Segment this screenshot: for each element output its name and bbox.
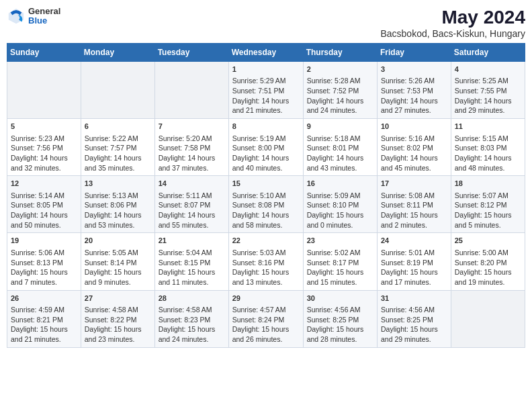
calendar-cell: 9Sunrise: 5:18 AMSunset: 8:01 PMDaylight… bbox=[303, 119, 377, 176]
calendar-cell bbox=[154, 62, 228, 119]
logo-icon bbox=[7, 7, 26, 26]
sunset-text: Sunset: 8:19 PM bbox=[381, 259, 433, 267]
sunset-text: Sunset: 8:10 PM bbox=[307, 201, 359, 209]
sunrise-text: Sunrise: 5:28 AM bbox=[307, 77, 361, 85]
calendar-cell: 26Sunrise: 4:59 AMSunset: 8:21 PMDayligh… bbox=[7, 290, 81, 347]
sunrise-text: Sunrise: 4:58 AM bbox=[159, 306, 212, 314]
page-header: General Blue May 2024 Bacsbokod, Bacs-Ki… bbox=[7, 7, 525, 39]
day-number: 21 bbox=[159, 236, 225, 246]
daylight-text: Daylight: 14 hours and 48 minutes. bbox=[455, 154, 512, 172]
sunset-text: Sunset: 8:02 PM bbox=[381, 144, 433, 152]
sunset-text: Sunset: 8:25 PM bbox=[307, 316, 359, 324]
calendar-cell: 15Sunrise: 5:10 AMSunset: 8:08 PMDayligh… bbox=[228, 176, 303, 233]
calendar-cell: 25Sunrise: 5:00 AMSunset: 8:20 PMDayligh… bbox=[451, 233, 525, 290]
calendar-week-row: 1Sunrise: 5:29 AMSunset: 7:51 PMDaylight… bbox=[7, 62, 525, 119]
daylight-text: Daylight: 14 hours and 50 minutes. bbox=[11, 211, 68, 229]
day-number: 23 bbox=[307, 236, 373, 246]
daylight-text: Daylight: 15 hours and 15 minutes. bbox=[307, 268, 364, 286]
logo-text: General Blue bbox=[28, 7, 60, 26]
daylight-text: Daylight: 15 hours and 26 minutes. bbox=[232, 325, 290, 343]
daylight-text: Daylight: 15 hours and 7 minutes. bbox=[11, 268, 68, 286]
day-number: 5 bbox=[11, 122, 77, 132]
calendar-cell: 17Sunrise: 5:08 AMSunset: 8:11 PMDayligh… bbox=[378, 176, 451, 233]
sunset-text: Sunset: 8:03 PM bbox=[455, 144, 507, 152]
calendar-cell: 7Sunrise: 5:20 AMSunset: 7:58 PMDaylight… bbox=[154, 119, 228, 176]
calendar-cell: 30Sunrise: 4:56 AMSunset: 8:25 PMDayligh… bbox=[303, 290, 377, 347]
sunrise-text: Sunrise: 5:18 AM bbox=[307, 134, 361, 142]
col-header-monday: Monday bbox=[81, 44, 154, 62]
daylight-text: Daylight: 14 hours and 29 minutes. bbox=[455, 97, 512, 115]
daylight-text: Daylight: 15 hours and 5 minutes. bbox=[455, 211, 512, 229]
day-number: 13 bbox=[85, 179, 151, 189]
sunrise-text: Sunrise: 5:14 AM bbox=[11, 191, 64, 199]
calendar-week-row: 26Sunrise: 4:59 AMSunset: 8:21 PMDayligh… bbox=[7, 290, 525, 347]
calendar-cell: 29Sunrise: 4:57 AMSunset: 8:24 PMDayligh… bbox=[228, 290, 303, 347]
daylight-text: Daylight: 14 hours and 35 minutes. bbox=[85, 154, 142, 172]
calendar-cell: 5Sunrise: 5:23 AMSunset: 7:56 PMDaylight… bbox=[7, 119, 81, 176]
calendar-cell bbox=[451, 290, 525, 347]
sunrise-text: Sunrise: 5:23 AM bbox=[11, 134, 64, 142]
calendar-cell: 10Sunrise: 5:16 AMSunset: 8:02 PMDayligh… bbox=[378, 119, 451, 176]
daylight-text: Daylight: 15 hours and 9 minutes. bbox=[85, 268, 142, 286]
sunset-text: Sunset: 8:11 PM bbox=[381, 201, 433, 209]
logo-general: General bbox=[28, 7, 60, 16]
day-number: 30 bbox=[307, 293, 373, 304]
sunrise-text: Sunrise: 4:56 AM bbox=[381, 306, 435, 314]
sunset-text: Sunset: 8:07 PM bbox=[159, 201, 211, 209]
day-number: 20 bbox=[85, 236, 151, 246]
sunset-text: Sunset: 8:24 PM bbox=[232, 316, 285, 324]
sunset-text: Sunset: 8:21 PM bbox=[11, 316, 63, 324]
day-number: 14 bbox=[159, 179, 225, 189]
day-number: 11 bbox=[455, 122, 521, 132]
calendar-table: SundayMondayTuesdayWednesdayThursdayFrid… bbox=[7, 43, 525, 348]
day-number: 8 bbox=[232, 122, 300, 132]
daylight-text: Daylight: 14 hours and 37 minutes. bbox=[159, 154, 216, 172]
sunset-text: Sunset: 7:58 PM bbox=[159, 144, 211, 152]
sunset-text: Sunset: 7:53 PM bbox=[381, 87, 433, 95]
day-number: 12 bbox=[11, 179, 77, 189]
daylight-text: Daylight: 15 hours and 19 minutes. bbox=[455, 268, 512, 286]
title-block: May 2024 Bacsbokod, Bacs-Kiskun, Hungary bbox=[380, 7, 525, 39]
calendar-week-row: 12Sunrise: 5:14 AMSunset: 8:05 PMDayligh… bbox=[7, 176, 525, 233]
daylight-text: Daylight: 15 hours and 13 minutes. bbox=[232, 268, 290, 286]
sunrise-text: Sunrise: 5:05 AM bbox=[85, 248, 138, 257]
sunrise-text: Sunrise: 5:25 AM bbox=[455, 77, 508, 85]
day-number: 2 bbox=[307, 64, 373, 75]
month-year-title: May 2024 bbox=[380, 7, 525, 28]
col-header-thursday: Thursday bbox=[303, 44, 377, 62]
day-number: 25 bbox=[455, 236, 521, 246]
sunset-text: Sunset: 8:23 PM bbox=[159, 316, 211, 324]
logo: General Blue bbox=[7, 7, 60, 26]
sunset-text: Sunset: 8:25 PM bbox=[381, 316, 433, 324]
daylight-text: Daylight: 15 hours and 0 minutes. bbox=[307, 211, 364, 229]
day-number: 16 bbox=[307, 179, 373, 189]
daylight-text: Daylight: 14 hours and 40 minutes. bbox=[232, 154, 290, 172]
sunrise-text: Sunrise: 5:04 AM bbox=[159, 248, 212, 257]
sunset-text: Sunset: 7:51 PM bbox=[232, 87, 285, 95]
sunrise-text: Sunrise: 4:58 AM bbox=[85, 306, 138, 314]
calendar-cell: 3Sunrise: 5:26 AMSunset: 7:53 PMDaylight… bbox=[378, 62, 451, 119]
calendar-cell: 18Sunrise: 5:07 AMSunset: 8:12 PMDayligh… bbox=[451, 176, 525, 233]
daylight-text: Daylight: 15 hours and 21 minutes. bbox=[11, 325, 68, 343]
sunrise-text: Sunrise: 4:59 AM bbox=[11, 306, 64, 314]
sunrise-text: Sunrise: 5:15 AM bbox=[455, 134, 508, 142]
calendar-cell: 6Sunrise: 5:22 AMSunset: 7:57 PMDaylight… bbox=[81, 119, 154, 176]
sunrise-text: Sunrise: 5:02 AM bbox=[307, 248, 361, 257]
calendar-cell: 4Sunrise: 5:25 AMSunset: 7:55 PMDaylight… bbox=[451, 62, 525, 119]
day-number: 29 bbox=[232, 293, 300, 304]
daylight-text: Daylight: 15 hours and 2 minutes. bbox=[381, 211, 438, 229]
sunset-text: Sunset: 8:00 PM bbox=[232, 144, 285, 152]
calendar-cell: 23Sunrise: 5:02 AMSunset: 8:17 PMDayligh… bbox=[303, 233, 377, 290]
sunrise-text: Sunrise: 5:19 AM bbox=[232, 134, 286, 142]
daylight-text: Daylight: 15 hours and 23 minutes. bbox=[85, 325, 142, 343]
daylight-text: Daylight: 15 hours and 17 minutes. bbox=[381, 268, 438, 286]
sunrise-text: Sunrise: 5:06 AM bbox=[11, 248, 64, 257]
sunset-text: Sunset: 8:12 PM bbox=[455, 201, 507, 209]
location-subtitle: Bacsbokod, Bacs-Kiskun, Hungary bbox=[380, 28, 525, 39]
calendar-cell: 24Sunrise: 5:01 AMSunset: 8:19 PMDayligh… bbox=[378, 233, 451, 290]
sunrise-text: Sunrise: 5:16 AM bbox=[381, 134, 435, 142]
calendar-header-row: SundayMondayTuesdayWednesdayThursdayFrid… bbox=[7, 44, 525, 62]
sunrise-text: Sunrise: 4:56 AM bbox=[307, 306, 361, 314]
daylight-text: Daylight: 14 hours and 32 minutes. bbox=[11, 154, 68, 172]
day-number: 3 bbox=[381, 64, 447, 75]
